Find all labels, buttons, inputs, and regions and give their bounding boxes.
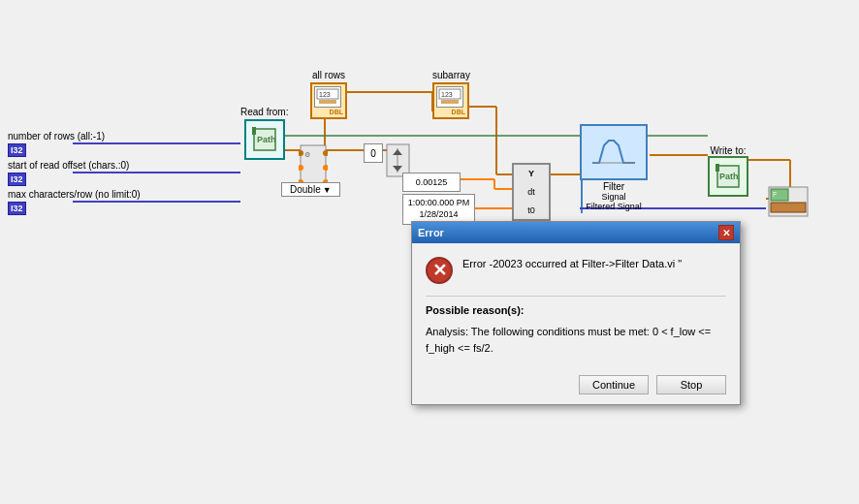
svg-text:F: F [773,191,777,198]
dt-value: 0.00125 [402,173,461,192]
svg-text:123: 123 [441,91,453,98]
error-row: ✕ Error -20023 occurred at Filter->Filte… [426,257,726,284]
zero-value: 0 [364,143,383,163]
all-rows-node: all rows 123 DBL [310,70,347,119]
diagram-canvas: number of rows (all:-1) I32 start of rea… [0,0,859,504]
dialog-divider [426,296,726,297]
svg-text:Path: Path [257,135,276,144]
max-chars-label: max characters/row (no limit:0) I32 [8,189,141,215]
dialog-body: ✕ Error -20023 occurred at Filter->Filte… [412,243,740,404]
svg-rect-27 [252,127,256,135]
start-offset-label: start of read offset (chars.:0) I32 [8,160,129,186]
read-from-node: Read from: Path [240,107,288,160]
svg-text:Path: Path [719,172,739,181]
reason-text: Analysis: The following conditions must … [426,324,726,356]
svg-rect-53 [771,203,806,212]
svg-rect-45 [441,100,459,104]
error-dialog: Error ✕ ✕ Error -20023 occurred at Filte… [411,221,741,405]
svg-text:123: 123 [319,91,331,98]
error-message: Error -20023 occurred at Filter->Filter … [462,257,682,271]
write-to-node: Write to: Path [708,145,748,197]
filter-node: Filter Signal Filtered Signal [580,124,648,211]
possible-reasons: Possible reason(s): [426,304,726,316]
dialog-title: Error [418,227,444,238]
waveform-block: Y dt t0 [512,163,551,221]
output-indicator: F [768,186,811,222]
subarray-node: subarray 123 DBL [432,70,470,119]
dialog-buttons: Continue Stop [426,369,726,394]
dialog-close-button[interactable]: ✕ [718,225,734,240]
svg-text:⚙: ⚙ [304,151,310,158]
svg-rect-42 [319,100,336,104]
dialog-titlebar: Error ✕ [412,222,740,243]
svg-rect-50 [716,164,719,172]
stop-button[interactable]: Stop [656,375,726,394]
num-rows-label: number of rows (all:-1) I32 [8,131,105,157]
error-icon: ✕ [426,257,453,284]
double-select[interactable]: Double ▼ [281,182,340,197]
continue-button[interactable]: Continue [579,375,649,394]
